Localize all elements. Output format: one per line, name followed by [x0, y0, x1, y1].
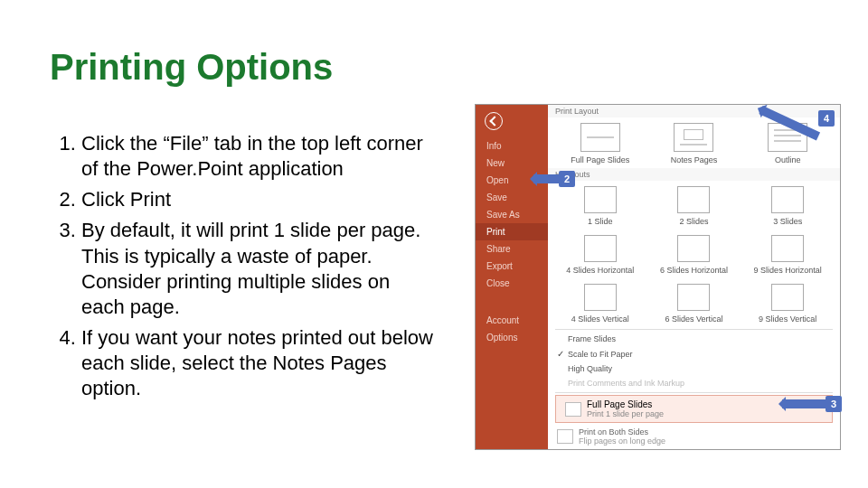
callout-4: 4 — [818, 110, 835, 127]
sidebar-item-print[interactable]: Print — [476, 223, 548, 240]
step-3: By default, it will print 1 slide per pa… — [81, 218, 434, 320]
thumb-icon — [771, 235, 804, 262]
opt-frame-slides[interactable]: Frame Slides — [548, 332, 840, 346]
layout-label: Outline — [745, 155, 831, 164]
handout-4h[interactable]: 4 Slides Horizontal — [557, 233, 643, 275]
handout-9v[interactable]: 9 Slides Vertical — [745, 282, 831, 324]
sidebar-item-new[interactable]: New — [476, 155, 548, 172]
layout-notes-pages[interactable]: Notes Pages — [651, 121, 737, 164]
opt-high-quality[interactable]: High Quality — [548, 361, 840, 376]
sidebar-item-export[interactable]: Export — [476, 258, 548, 275]
section-print-layout: Print Layout — [548, 105, 840, 117]
handout-6v[interactable]: 6 Slides Vertical — [651, 282, 737, 324]
callout-2: 2 — [559, 171, 575, 187]
layout-label: Full Page Slides — [557, 155, 643, 164]
sidebar-item-options[interactable]: Options — [476, 329, 548, 346]
handout-3[interactable]: 3 Slides — [745, 184, 831, 226]
thumb-icon — [584, 284, 617, 311]
current-layout-title: Full Page Slides — [587, 399, 664, 409]
callout-3: 3 — [826, 396, 842, 412]
opt-print-comments: Print Comments and Ink Markup — [548, 376, 840, 390]
instruction-list: Click the “File” tab in the top left cor… — [54, 131, 434, 408]
duplex-sub: Flip pages on long edge — [579, 436, 665, 446]
arrow-icon — [533, 174, 559, 183]
sidebar-item-share[interactable]: Share — [476, 240, 548, 258]
handout-4v[interactable]: 4 Slides Vertical — [557, 282, 643, 324]
sidebar-item-info[interactable]: Info — [476, 137, 548, 155]
thumb-icon — [677, 284, 710, 311]
handout-6h[interactable]: 6 Slides Horizontal — [651, 233, 737, 275]
thumb-icon — [771, 284, 804, 311]
step-1: Click the “File” tab in the top left cor… — [81, 131, 434, 182]
section-handouts: Handouts — [548, 168, 840, 181]
current-layout-sub: Print 1 slide per page — [587, 409, 664, 418]
thumb-icon — [677, 235, 710, 262]
sidebar-item-save-as[interactable]: Save As — [476, 206, 548, 223]
slide-title: Printing Options — [50, 47, 333, 88]
print-panel: Print Layout Full Page Slides Notes Page… — [548, 105, 840, 449]
thumb-icon — [580, 123, 620, 152]
layout-label: Notes Pages — [651, 155, 737, 164]
sidebar-item-save[interactable]: Save — [476, 189, 548, 206]
sidebar-item-account[interactable]: Account — [476, 312, 548, 329]
opt-scale-fit[interactable]: Scale to Fit Paper — [548, 346, 840, 361]
print-both-sides[interactable]: Print on Both Sides Flip pages on long e… — [548, 425, 840, 448]
duplex-title: Print on Both Sides — [579, 427, 665, 436]
arrow-icon — [782, 399, 826, 408]
layout-full-page[interactable]: Full Page Slides — [557, 121, 643, 164]
duplex-icon — [557, 429, 573, 444]
step-4: If you want your notes printed out below… — [81, 325, 434, 401]
screenshot: Info New Open Save Save As Print Share E… — [475, 104, 841, 450]
thumb-icon — [584, 235, 617, 262]
step-2: Click Print — [81, 187, 434, 212]
sidebar-item-close[interactable]: Close — [476, 275, 548, 292]
thumb-icon — [584, 186, 617, 213]
page-icon — [565, 402, 581, 417]
handout-9h[interactable]: 9 Slides Horizontal — [745, 233, 831, 275]
file-menu-sidebar: Info New Open Save Save As Print Share E… — [476, 105, 548, 449]
thumb-icon — [674, 123, 713, 152]
thumb-icon — [771, 186, 804, 213]
back-icon[interactable] — [485, 112, 503, 130]
thumb-icon — [677, 186, 710, 213]
handout-1[interactable]: 1 Slide — [557, 184, 643, 226]
handout-2[interactable]: 2 Slides — [651, 184, 737, 226]
